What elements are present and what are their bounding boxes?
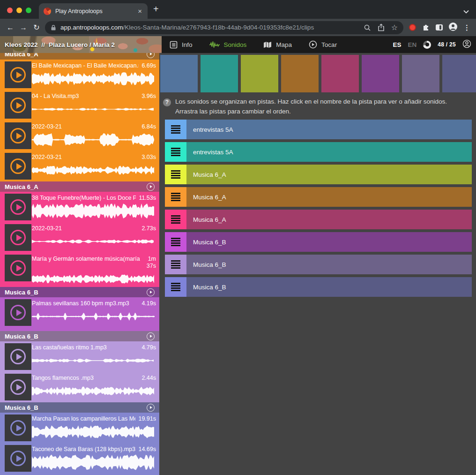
clip-play-button[interactable] xyxy=(5,194,31,220)
clip-play-button[interactable] xyxy=(5,374,31,400)
track-swatch[interactable] xyxy=(442,55,476,92)
track-name-button[interactable]: Musica 6_B xyxy=(186,255,472,274)
track-name-button[interactable]: entrevistas 5A xyxy=(186,120,472,139)
nav-tocar[interactable]: Tocar xyxy=(309,40,337,49)
clip-play-button[interactable] xyxy=(5,61,31,88)
track-name-button[interactable]: Musica 6_A xyxy=(186,165,472,184)
section-header[interactable]: Musica 6_A xyxy=(0,53,159,60)
track-row[interactable]: Musica 6_A xyxy=(165,165,472,184)
track-swatch[interactable] xyxy=(281,55,319,92)
clip-play-button[interactable] xyxy=(5,343,31,370)
clip-name[interactable]: 2022-03-21 xyxy=(32,123,139,130)
nav-mapa[interactable]: Mapa xyxy=(263,41,292,48)
clip-name[interactable]: Las castañuelas ritmo 1.mp3 xyxy=(32,344,139,351)
section-play-icon[interactable] xyxy=(147,183,155,191)
track-row[interactable]: Musica 6_A xyxy=(165,187,472,207)
track-drag-handle[interactable] xyxy=(165,120,186,139)
track-swatch[interactable] xyxy=(241,55,278,92)
section-play-icon[interactable] xyxy=(147,53,155,58)
clip-name[interactable]: 2022-03-21 xyxy=(32,225,139,232)
track-swatch[interactable] xyxy=(160,55,198,92)
track-row[interactable]: entrevistas 5A xyxy=(165,142,472,162)
close-window-button[interactable] xyxy=(7,8,13,13)
clip-name[interactable]: Tangos flamencos .mp3 xyxy=(32,375,139,382)
section-header[interactable]: Musica 6_B xyxy=(0,287,159,297)
track-name-button[interactable]: Musica 6_B xyxy=(186,277,472,297)
track-row[interactable]: entrevistas 5A xyxy=(165,120,472,139)
clip-play-button[interactable] xyxy=(5,122,31,149)
section-header[interactable]: Musica 6_B xyxy=(0,402,159,413)
track-drag-handle[interactable] xyxy=(165,187,186,207)
project-title[interactable]: Kleos 2022 xyxy=(5,41,38,48)
track-name-button[interactable]: Musica 6_B xyxy=(186,232,472,252)
lang-en[interactable]: EN xyxy=(408,41,416,48)
track-drag-handle[interactable] xyxy=(165,255,186,274)
extensions-puzzle-icon[interactable] xyxy=(422,23,430,32)
clip-name[interactable]: Marcha Pasan los campanilleros Las Mejor… xyxy=(32,415,135,422)
clip-waveform xyxy=(32,309,155,324)
clip-name[interactable]: 38 Toque Funebre(Muerte) - Los Doce Par.… xyxy=(32,195,136,202)
location-title[interactable]: Plaza Lucero / María 2 xyxy=(49,41,115,48)
track-swatch[interactable] xyxy=(402,55,439,92)
section-play-icon[interactable] xyxy=(147,332,155,340)
clip-name[interactable]: Taconeo de Sara Baras (128 kbps).mp3 xyxy=(32,446,135,453)
section-header[interactable]: Musica 6_A xyxy=(0,181,159,192)
lang-es[interactable]: ES xyxy=(393,41,401,48)
clip-waveform xyxy=(32,71,155,87)
share-icon[interactable] xyxy=(378,23,385,31)
clip-play-button[interactable] xyxy=(5,415,31,441)
track-drag-handle[interactable] xyxy=(165,232,186,252)
track-name-button[interactable]: Musica 6_A xyxy=(186,210,472,229)
track-swatch[interactable] xyxy=(362,55,399,92)
chrome-menu-icon[interactable]: ⋮ xyxy=(463,23,470,32)
section-play-icon[interactable] xyxy=(147,404,155,412)
url-bar[interactable]: app.antropoloops.com/Kleos-Santa-Marina/… xyxy=(45,21,403,34)
track-name-button[interactable]: Musica 6_A xyxy=(186,187,472,207)
clip-name[interactable]: El Baile Mexicapan - El Baile Mexicapan.… xyxy=(32,62,139,69)
track-row[interactable]: Musica 6_B xyxy=(165,255,472,274)
nav-info[interactable]: Info xyxy=(170,41,193,49)
clip-play-button[interactable] xyxy=(5,92,31,119)
track-label: Musica 6_A xyxy=(193,194,226,201)
clip-name[interactable]: 2022-03-21 xyxy=(32,154,139,161)
clip-name[interactable]: 04 - La Visita.mp3 xyxy=(32,93,139,100)
nav-sonidos[interactable]: Sonidos xyxy=(209,41,247,48)
fullscreen-window-button[interactable] xyxy=(26,8,31,13)
track-row[interactable]: Musica 6_A xyxy=(165,210,472,229)
play-icon xyxy=(10,128,26,143)
tab-close-icon[interactable]: × xyxy=(137,8,143,15)
track-name-button[interactable]: entrevistas 5A xyxy=(186,142,472,162)
bookmark-star-icon[interactable]: ☆ xyxy=(391,24,398,31)
clip-duration: 14.69s xyxy=(138,446,156,453)
forward-button[interactable]: → xyxy=(17,24,30,31)
reload-button[interactable]: ↻ xyxy=(30,24,43,31)
track-row[interactable]: Musica 6_B xyxy=(165,277,472,297)
clip-play-button[interactable] xyxy=(5,224,31,251)
clip-play-button[interactable] xyxy=(5,153,31,180)
side-panel-icon[interactable] xyxy=(436,24,443,30)
clip-play-button[interactable] xyxy=(5,299,31,326)
new-tab-button[interactable]: + xyxy=(153,4,159,15)
section-header[interactable]: Musica 6_B xyxy=(0,331,159,341)
clip-play-button[interactable] xyxy=(5,255,31,281)
tab-search-chevron-icon[interactable] xyxy=(463,7,469,15)
track-swatch[interactable] xyxy=(201,55,238,92)
account-icon[interactable] xyxy=(462,39,471,50)
zoom-page-icon[interactable] xyxy=(364,24,371,31)
record-extension-icon[interactable] xyxy=(409,24,416,31)
profile-avatar[interactable] xyxy=(449,23,457,33)
back-button[interactable]: ← xyxy=(4,24,17,31)
clip-name[interactable]: María y Germán solamente música(maría 2.… xyxy=(32,256,141,270)
section-play-icon[interactable] xyxy=(147,288,155,296)
clip-play-button[interactable] xyxy=(5,445,31,472)
browser-tab[interactable]: Play Antropoloops × xyxy=(39,3,148,19)
clip-name[interactable]: Palmas sevillanas 160 bpm mp3.mp3 xyxy=(32,300,139,307)
track-row[interactable]: Musica 6_B xyxy=(165,232,472,252)
track-drag-handle[interactable] xyxy=(165,165,186,184)
minimize-window-button[interactable] xyxy=(16,8,22,13)
track-swatch[interactable] xyxy=(321,55,359,92)
track-drag-handle[interactable] xyxy=(165,210,186,229)
track-drag-handle[interactable] xyxy=(165,277,186,297)
track-drag-handle[interactable] xyxy=(165,142,186,162)
track-label: entrevistas 5A xyxy=(193,149,233,156)
